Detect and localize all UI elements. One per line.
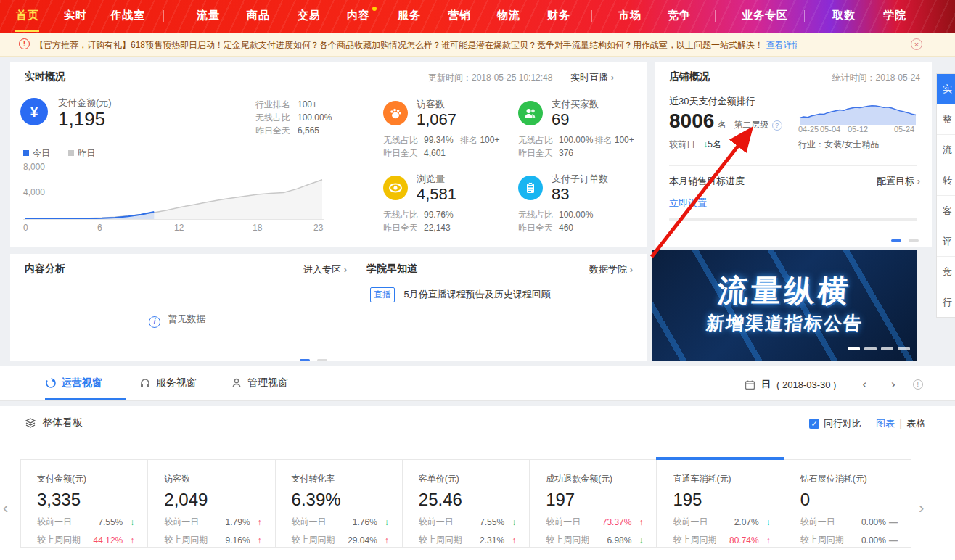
card-title: 访客数 — [164, 473, 274, 485]
row-value: 73.37% — [602, 517, 632, 527]
next-date-arrow[interactable]: › — [891, 377, 895, 392]
academy-link[interactable]: 数据学院 › — [589, 263, 633, 276]
tab-service[interactable]: 服务视窗 — [139, 376, 197, 390]
nav-item-realtime[interactable]: 实时 — [64, 9, 87, 22]
page-dot[interactable] — [317, 359, 327, 361]
goal-set-link[interactable]: 立即设置 — [669, 197, 707, 210]
card-ztc-cost[interactable]: 直通车消耗(元) 195 较前一日2.07%↓ 较上周同期80.74%↑ — [657, 460, 784, 547]
rank-label: 排名 — [460, 134, 478, 147]
trend-arrow-icon: ↑ — [377, 535, 389, 545]
chart-view-link[interactable]: 图表 — [876, 417, 895, 430]
side-nav-item-industry[interactable]: 行 — [937, 287, 955, 317]
side-nav-item-conversion[interactable]: 转 — [937, 165, 955, 196]
side-nav-item-realtime[interactable]: 实 — [937, 74, 955, 104]
card-title: 直通车消耗(元) — [673, 473, 783, 485]
nav-item-competition[interactable]: 竞争 — [668, 9, 691, 22]
nav-item-traffic[interactable]: 流量 — [197, 9, 220, 22]
card-row: 较前一日7.55%↓ — [419, 516, 529, 528]
yesterday-label: 昨日全天 — [383, 222, 424, 234]
date-unit[interactable]: 日 — [761, 378, 771, 391]
card-avg-order[interactable]: 客单价(元) 25.46 较前一日7.55%↓ 较上周同期2.31%↑ — [403, 460, 530, 547]
card-pay-amount[interactable]: 支付金额(元) 3,335 较前一日7.55%↓ 较上周同期44.12%↑ — [21, 460, 148, 547]
trend-x-label-3: 05-12 — [848, 125, 868, 133]
content-zone-link[interactable]: 进入专区 › — [303, 263, 347, 276]
nav-item-trade[interactable]: 交易 — [298, 9, 321, 22]
goal-title: 本月销售目标进度 — [669, 175, 745, 188]
realtime-panel: 实时概况 更新时间：2018-05-25 10:12:48 实时直播 › ¥ 支… — [10, 62, 647, 247]
card-row: 较上周同期44.12%↑ — [37, 534, 147, 546]
notice-detail-link[interactable]: 查看详情 — [766, 40, 797, 50]
side-nav-item-competition[interactable]: 竞 — [937, 257, 955, 287]
card-visitors[interactable]: 访客数 2,049 较前一日1.79%↑ 较上周同期9.16%↑ — [148, 460, 275, 547]
nav-item-home[interactable]: 首页 — [16, 9, 39, 22]
page-dot-active[interactable] — [300, 359, 310, 361]
nav-item-warroom[interactable]: 作战室 — [110, 9, 145, 22]
side-nav-item-customer[interactable]: 客 — [937, 196, 955, 226]
board-title: 整体看板 — [42, 416, 83, 429]
close-icon[interactable]: × — [911, 38, 922, 50]
rank-title: 近30天支付金额排行 — [669, 95, 755, 108]
card-diamond-cost[interactable]: 钻石展位消耗(元) 0 较前一日0.00%— 较上周同期0.00%— — [784, 460, 911, 547]
view-tabbar: 运营视窗 服务视窗 管理视窗 日 ( 2018-03-30 ) ‹ › ! — [0, 366, 955, 401]
notice-bar: ! 【官方推荐，订购有礼】618预售预热即日启动！定金尾款支付进度如何？各个商品… — [0, 33, 955, 57]
banner-dot[interactable] — [864, 347, 877, 350]
academy-link-label: 数据学院 — [589, 264, 627, 275]
nav-item-content[interactable]: 内容 — [347, 9, 370, 22]
prev-date-arrow[interactable]: ‹ — [862, 377, 866, 392]
nav-item-service[interactable]: 服务 — [398, 9, 421, 22]
realtime-chart[interactable] — [23, 165, 324, 221]
nav-item-goods[interactable]: 商品 — [247, 9, 270, 22]
nav-item-academy[interactable]: 学院 — [883, 9, 906, 22]
rank-value: 100+ — [480, 135, 499, 145]
card-refund[interactable]: 成功退款金额(元) 197 较前一日73.37%↑ 较上周同期6.98%↓ — [530, 460, 657, 547]
side-nav-item-traffic[interactable]: 流 — [937, 135, 955, 165]
nav-item-finance[interactable]: 财务 — [547, 9, 570, 22]
banner-dot[interactable] — [848, 347, 860, 350]
banner-dot[interactable] — [898, 347, 910, 350]
page-dot-active[interactable] — [891, 239, 901, 242]
tab-operate[interactable]: 运营视窗 — [45, 376, 102, 390]
new-dot-icon — [372, 7, 377, 11]
nav-item-logistics[interactable]: 物流 — [497, 9, 520, 22]
promo-banner[interactable]: 流量纵横 新增渠道指标公告 — [652, 250, 917, 361]
page-dot[interactable] — [909, 239, 919, 242]
academy-item-title: 5月份直播课程预告及历史课程回顾 — [403, 289, 550, 300]
x-tick-18: 18 — [253, 223, 262, 233]
academy-item[interactable]: 直播 5月份直播课程预告及历史课程回顾 — [370, 287, 551, 302]
metric-value: 1,067 — [417, 110, 456, 129]
date-value[interactable]: ( 2018-03-30 ) — [776, 379, 836, 390]
goal-config-link[interactable]: 配置目标 › — [877, 175, 920, 188]
vs-value: 5名 — [708, 139, 721, 149]
x-tick-0: 0 — [23, 223, 28, 233]
rank-value: 100+ — [615, 135, 634, 145]
card-conversion[interactable]: 支付转化率 6.39% 较前一日1.76%↓ 较上周同期29.04%↑ — [276, 460, 403, 547]
wireless-label: 无线占比 — [383, 209, 424, 221]
banner-dot[interactable] — [881, 347, 893, 350]
cards-scroll-right[interactable]: › — [919, 499, 924, 518]
trend-arrow-icon: ↑ — [250, 517, 262, 527]
table-view-link[interactable]: 表格 — [906, 417, 925, 430]
compare-checkbox[interactable]: ✓ — [809, 419, 819, 429]
nav-item-data[interactable]: 取数 — [832, 9, 856, 22]
cards-scroll-left[interactable]: ‹ — [3, 499, 8, 518]
side-nav-item-overall[interactable]: 整 — [937, 104, 955, 135]
info-circle-icon[interactable]: ! — [913, 379, 923, 390]
empty-text: 暂无数据 — [168, 313, 205, 324]
layers-icon — [25, 417, 36, 429]
nav-item-market[interactable]: 市场 — [618, 9, 642, 22]
live-link[interactable]: 实时直播 › — [570, 71, 614, 84]
tab-manage[interactable]: 管理视窗 — [231, 376, 288, 390]
nav-item-bizzone[interactable]: 业务专区 — [742, 9, 788, 22]
calendar-icon[interactable] — [745, 379, 755, 390]
notice-text: 【官方推荐，订购有礼】618预售预热即日启动！定金尾款支付进度如何？各个商品收藏… — [35, 39, 797, 52]
card-title: 支付转化率 — [292, 473, 402, 485]
top-nav: 首页 实时 作战室 流量 商品 交易 内容 服务 营销 物流 财务 市场 竞争 … — [0, 0, 955, 33]
nav-item-marketing[interactable]: 营销 — [448, 9, 471, 22]
card-value: 3,335 — [37, 490, 147, 510]
trend-x-label-1: 04-25 — [798, 125, 819, 133]
metric-value: 69 — [552, 110, 569, 129]
card-value: 0 — [800, 490, 911, 510]
pay-wireless-row: 无线占比100.00% — [255, 112, 332, 124]
help-icon[interactable]: ? — [772, 120, 782, 131]
side-nav-item-review[interactable]: 评 — [937, 226, 955, 257]
